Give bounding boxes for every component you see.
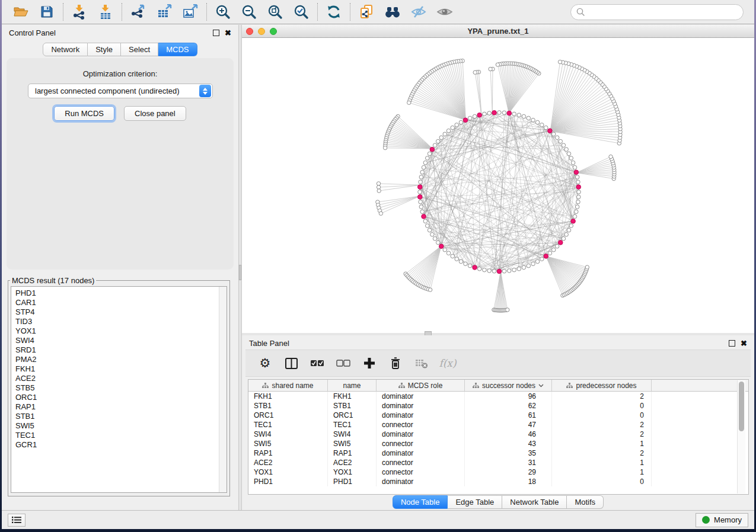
delete-column-button[interactable] (385, 353, 406, 373)
table-cell: TEC1 (248, 420, 328, 430)
tab-mcds[interactable]: MCDS (158, 43, 197, 56)
mcds-result-title: MCDS result (17 nodes) (10, 276, 96, 285)
float-panel-icon[interactable] (729, 340, 735, 347)
network-graph[interactable] (242, 38, 754, 333)
table-row[interactable]: TEC1TEC1connector472 (248, 420, 748, 430)
tab-node-table[interactable]: Node Table (393, 495, 448, 509)
run-mcds-button[interactable]: Run MCDS (54, 106, 114, 121)
table-toolbar: ⚙ (245, 350, 751, 377)
mcds-result-item[interactable]: CAR1 (15, 298, 219, 307)
zoom-out-button[interactable] (236, 2, 262, 22)
mcds-result-item[interactable]: ORC1 (15, 393, 219, 402)
mcds-result-item[interactable]: SWI4 (15, 336, 219, 345)
tab-style[interactable]: Style (88, 43, 121, 56)
node-table-body: FKH1FKH1dominator962STB1STB1dominator620… (248, 392, 748, 486)
column-header-predecessor-nodes[interactable]: predecessor nodes (552, 380, 652, 391)
table-row[interactable]: SWI5SWI5connector431 (248, 439, 748, 448)
table-cell: dominator (377, 477, 465, 486)
tab-network[interactable]: Network (43, 43, 88, 56)
float-panel-icon[interactable] (213, 30, 219, 36)
control-panel-header: Control Panel ✖ (2, 25, 238, 40)
mcds-result-item[interactable]: RAP1 (15, 402, 219, 412)
network-canvas[interactable] (242, 38, 754, 333)
network-title: YPA_prune.txt_1 (242, 27, 754, 36)
find-neighbors-button[interactable] (379, 2, 406, 22)
table-cell: 2 (552, 448, 652, 458)
mcds-result-item[interactable]: SWI5 (15, 421, 219, 431)
clone-network-icon (359, 4, 374, 20)
mcds-result-item[interactable]: SRD1 (15, 345, 219, 355)
mcds-result-item[interactable]: PMA2 (15, 355, 219, 364)
mcds-result-item[interactable]: STP4 (15, 307, 219, 317)
mcds-list-scrollbar[interactable] (219, 287, 227, 492)
delete-table-button[interactable] (412, 353, 432, 373)
table-row[interactable]: SWI4SWI4dominator462 (248, 430, 748, 439)
sort-chevron-icon (538, 384, 544, 387)
search-input[interactable] (589, 8, 738, 17)
tab-motifs[interactable]: Motifs (567, 495, 604, 509)
tab-edge-table[interactable]: Edge Table (448, 495, 502, 509)
mcds-result-box: PHD1CAR1STP4TID3YOX1SWI4SRD1PMA2FKH1ACE2… (11, 286, 227, 493)
column-header-successor-nodes[interactable]: successor nodes (465, 380, 552, 391)
table-row[interactable]: RAP1RAP1dominator352 (248, 448, 748, 458)
status-bar: Memory (2, 510, 754, 529)
column-header-mcds-role[interactable]: MCDS role (377, 380, 465, 391)
zoom-selected-button[interactable] (288, 2, 314, 22)
open-file-button[interactable] (8, 2, 34, 22)
mcds-result-item[interactable]: YOX1 (15, 326, 219, 336)
mcds-result-item[interactable]: ACE2 (15, 374, 219, 383)
create-column-button[interactable] (359, 353, 379, 373)
zoom-in-button[interactable] (210, 2, 236, 22)
apply-layout-button[interactable] (321, 2, 347, 22)
table-scrollbar[interactable] (737, 380, 745, 493)
mcds-result-item[interactable]: TEC1 (15, 431, 219, 440)
table-row[interactable]: ORC1ORC1dominator610 (248, 411, 748, 420)
tab-select[interactable]: Select (121, 43, 158, 56)
network-view-window: YPA_prune.txt_1 (242, 25, 754, 333)
table-row[interactable]: YOX1YOX1connector291 (248, 467, 748, 477)
trash-icon (388, 356, 403, 370)
mcds-result-item[interactable]: GCR1 (15, 440, 219, 450)
clone-network-button[interactable] (353, 2, 379, 22)
mcds-result-item[interactable]: STB1 (15, 412, 219, 421)
tab-network-table[interactable]: Network Table (502, 495, 567, 509)
table-cell: 96 (465, 392, 552, 401)
export-table-icon (157, 4, 172, 20)
show-all-button[interactable] (432, 2, 458, 22)
deselect-all-button[interactable] (333, 353, 353, 373)
show-columns-button[interactable] (281, 353, 301, 373)
table-row[interactable]: STB1STB1dominator620 (248, 401, 748, 411)
mcds-result-item[interactable]: FKH1 (15, 364, 219, 374)
table-row[interactable]: PHD1PHD1dominator180 (248, 477, 748, 486)
mcds-result-item[interactable]: STB5 (15, 383, 219, 393)
hide-selected-button[interactable] (406, 2, 432, 22)
mcds-options-box: Optimization criterion: largest connecte… (7, 58, 234, 270)
criterion-select[interactable]: largest connected component (undirected) (28, 84, 213, 98)
column-header-shared-name[interactable]: shared name (248, 380, 328, 391)
close-panel-icon[interactable]: ✖ (741, 340, 747, 347)
table-row[interactable]: ACE2ACE2connector311 (248, 458, 748, 467)
save-session-button[interactable] (34, 2, 60, 22)
export-table-button[interactable] (151, 2, 177, 22)
import-network-button[interactable] (66, 2, 92, 22)
table-settings-button[interactable]: ⚙ (255, 353, 275, 373)
import-table-button[interactable] (92, 2, 119, 22)
export-image-button[interactable] (177, 2, 203, 22)
table-cell: connector (377, 420, 465, 430)
select-all-button[interactable] (307, 353, 327, 373)
task-history-button[interactable] (8, 514, 25, 527)
memory-button[interactable]: Memory (696, 513, 748, 527)
mcds-result-item[interactable]: TID3 (15, 317, 219, 326)
function-builder-button[interactable]: f(x) (438, 353, 458, 373)
toolbar-separator (206, 3, 207, 21)
table-cell: PHD1 (328, 477, 377, 486)
table-row[interactable]: FKH1FKH1dominator962 (248, 392, 748, 401)
splitter-handle[interactable] (239, 265, 241, 280)
column-header-name[interactable]: name (328, 380, 377, 391)
zoom-fit-button[interactable] (262, 2, 288, 22)
mcds-result-item[interactable]: PHD1 (15, 289, 219, 298)
close-panel-icon[interactable]: ✖ (225, 30, 231, 36)
table-scrollbar-thumb[interactable] (739, 382, 744, 431)
close-panel-button[interactable]: Close panel (124, 106, 186, 121)
export-network-button[interactable] (125, 2, 151, 22)
